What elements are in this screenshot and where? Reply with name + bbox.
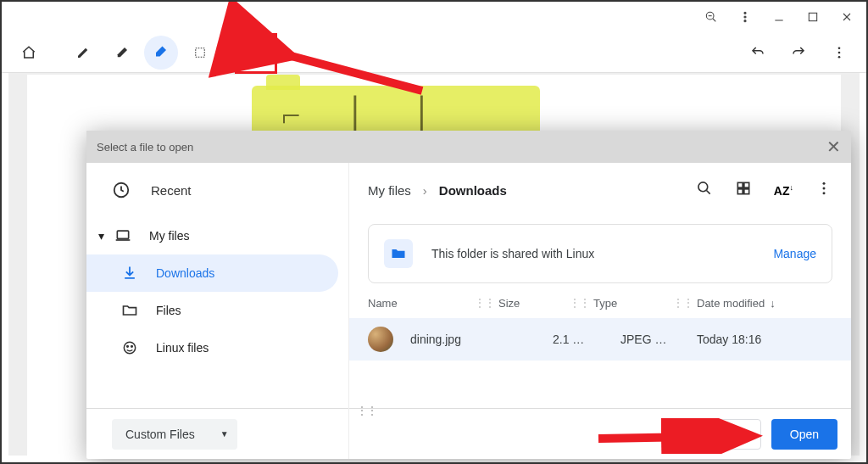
tutorial-highlight-box — [235, 33, 277, 74]
svg-point-34 — [823, 192, 826, 194]
sidebar-item-label: Files — [156, 304, 181, 317]
pen-tool[interactable] — [66, 36, 100, 70]
tutorial-arrow-bottom — [595, 418, 773, 457]
svg-point-18 — [838, 55, 841, 58]
sidebar-item-label: Linux files — [156, 341, 209, 355]
close-window-icon[interactable] — [839, 9, 854, 25]
svg-line-27 — [706, 191, 709, 194]
breadcrumb: My files › Downloads — [368, 183, 507, 198]
svg-point-33 — [823, 187, 826, 190]
dialog-title: Select a file to open — [97, 141, 193, 154]
svg-rect-28 — [737, 182, 743, 187]
svg-rect-22 — [116, 239, 131, 241]
select-tool[interactable] — [183, 36, 217, 70]
column-grip-icon[interactable]: ⋮⋮ — [570, 297, 590, 310]
more-options-button[interactable] — [815, 180, 832, 200]
search-button[interactable] — [696, 180, 713, 200]
file-name: dining.jpg — [410, 333, 553, 346]
chevron-right-icon: › — [423, 183, 427, 198]
sidebar-recent[interactable]: Recent — [86, 163, 348, 217]
breadcrumb-item[interactable]: My files — [368, 183, 411, 198]
sidebar-item-downloads[interactable]: Downloads — [86, 254, 338, 292]
sidebar-my-files[interactable]: ▾ My files — [86, 217, 338, 254]
svg-line-1 — [713, 19, 715, 21]
svg-rect-7 — [809, 13, 816, 20]
kebab-menu-icon[interactable] — [737, 9, 753, 25]
maximize-icon[interactable] — [805, 9, 821, 25]
banner-text: This folder is shared with Linux — [431, 247, 594, 260]
minimize-icon[interactable] — [771, 9, 787, 25]
file-size: 2.1 … — [553, 333, 620, 346]
svg-rect-21 — [117, 231, 128, 238]
reorder-grip-icon[interactable]: ⋮⋮ — [356, 404, 376, 417]
open-button[interactable]: Open — [771, 419, 837, 450]
svg-rect-31 — [744, 189, 749, 194]
shared-folder-icon — [384, 239, 413, 268]
caret-down-icon: ▾ — [98, 229, 108, 243]
file-thumbnail — [368, 327, 393, 352]
view-grid-button[interactable] — [735, 180, 752, 200]
svg-rect-10 — [196, 48, 205, 57]
manage-link[interactable]: Manage — [773, 247, 816, 260]
sort-button[interactable]: AZ↓ — [774, 183, 793, 198]
svg-point-23 — [124, 342, 135, 353]
more-menu-button[interactable] — [822, 36, 856, 70]
svg-rect-29 — [744, 182, 749, 187]
col-name[interactable]: Name — [368, 297, 398, 310]
dropdown-label: Custom Files — [125, 428, 195, 441]
tutorial-arrow-top — [278, 44, 448, 132]
file-type-dropdown[interactable]: Custom Files ▼ — [112, 419, 237, 450]
folder-icon — [120, 302, 139, 319]
file-open-dialog: Select a file to open ✕ Recent ▾ My file… — [86, 131, 851, 459]
svg-line-35 — [598, 436, 746, 439]
zoom-out-icon[interactable] — [704, 9, 719, 25]
svg-line-19 — [285, 54, 422, 91]
svg-point-26 — [698, 182, 708, 192]
recent-label: Recent — [151, 183, 192, 198]
svg-point-32 — [823, 182, 826, 185]
svg-point-17 — [838, 51, 841, 53]
svg-point-3 — [744, 12, 746, 14]
column-grip-icon[interactable]: ⋮⋮ — [475, 297, 495, 310]
file-table-header: Name ⋮⋮ Size ⋮⋮ Type ⋮⋮ Date modified ↓ — [349, 283, 851, 318]
home-button[interactable] — [12, 36, 46, 70]
linux-icon — [120, 339, 139, 356]
svg-point-16 — [838, 47, 841, 49]
svg-point-4 — [744, 16, 746, 18]
sidebar-item-files[interactable]: Files — [86, 292, 338, 329]
column-grip-icon[interactable]: ⋮⋮ — [673, 297, 693, 310]
file-row[interactable]: dining.jpg 2.1 … JPEG … Today 18:16 — [349, 318, 851, 361]
col-type[interactable]: Type — [593, 297, 617, 310]
eraser-tool[interactable] — [144, 36, 178, 70]
undo-button[interactable] — [741, 36, 775, 70]
svg-point-25 — [131, 346, 133, 348]
marker-tool[interactable] — [105, 36, 139, 70]
svg-point-5 — [744, 20, 746, 22]
sidebar-item-label: Downloads — [156, 266, 214, 280]
file-type: JPEG … — [620, 333, 697, 346]
col-size[interactable]: Size — [498, 297, 520, 310]
svg-point-24 — [127, 346, 129, 348]
laptop-icon — [114, 227, 132, 244]
svg-rect-30 — [737, 189, 743, 194]
download-icon — [120, 265, 139, 282]
shared-folder-banner: This folder is shared with Linux Manage — [368, 224, 832, 283]
sidebar-item-linux[interactable]: Linux files — [86, 329, 338, 366]
sort-desc-icon: ↓ — [770, 297, 776, 310]
breadcrumb-item[interactable]: Downloads — [439, 183, 507, 198]
close-dialog-button[interactable]: ✕ — [826, 137, 841, 157]
redo-button[interactable] — [782, 36, 815, 70]
sidebar-root-label: My files — [149, 229, 189, 243]
file-date: Today 18:16 — [697, 333, 832, 346]
caret-down-icon: ▼ — [220, 429, 229, 439]
col-date[interactable]: Date modified — [697, 297, 765, 310]
